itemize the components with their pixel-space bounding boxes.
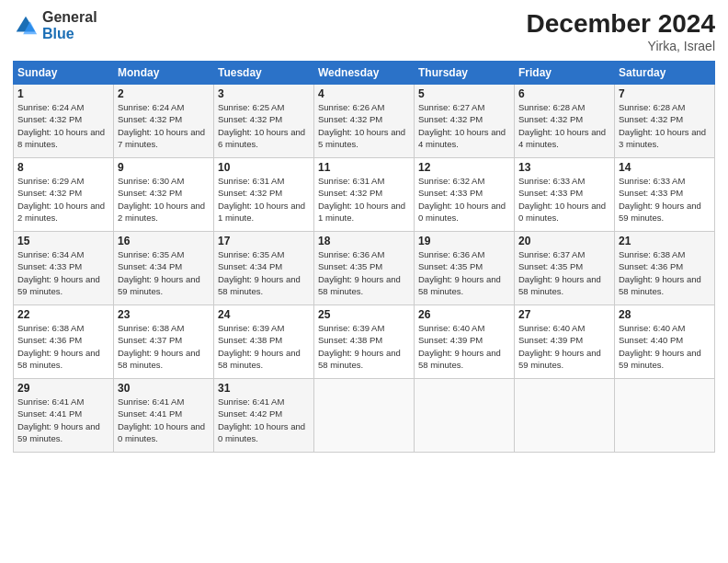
week-row-0: 1 Sunrise: 6:24 AM Sunset: 4:32 PM Dayli…: [14, 85, 715, 158]
header-thursday: Thursday: [415, 62, 515, 85]
day-info: Sunrise: 6:41 AM Sunset: 4:42 PM Dayligh…: [218, 396, 310, 444]
day-number: 10: [218, 161, 310, 174]
day-number: 11: [318, 161, 410, 174]
day-info: Sunrise: 6:38 AM Sunset: 4:36 PM Dayligh…: [17, 322, 109, 371]
day-info: Sunrise: 6:26 AM Sunset: 4:32 PM Dayligh…: [318, 101, 410, 150]
calendar-title: December 2024: [527, 9, 715, 39]
day-cell: 13 Sunrise: 6:33 AM Sunset: 4:33 PM Dayl…: [515, 158, 615, 232]
day-info: Sunrise: 6:40 AM Sunset: 4:39 PM Dayligh…: [418, 322, 510, 371]
day-cell: 25 Sunrise: 6:39 AM Sunset: 4:38 PM Dayl…: [314, 305, 415, 379]
title-block: December 2024 Yirka, Israel: [527, 9, 715, 53]
day-cell: 22 Sunrise: 6:38 AM Sunset: 4:36 PM Dayl…: [14, 305, 114, 379]
day-cell: 4 Sunrise: 6:26 AM Sunset: 4:32 PM Dayli…: [314, 85, 415, 158]
day-number: 21: [619, 235, 711, 247]
day-number: 9: [118, 161, 210, 174]
day-number: 12: [418, 161, 510, 174]
day-info: Sunrise: 6:34 AM Sunset: 4:33 PM Dayligh…: [17, 248, 109, 297]
day-cell: 29 Sunrise: 6:41 AM Sunset: 4:41 PM Dayl…: [14, 379, 114, 453]
day-number: 23: [118, 308, 210, 321]
day-cell: 27 Sunrise: 6:40 AM Sunset: 4:39 PM Dayl…: [515, 305, 615, 379]
day-cell: 10 Sunrise: 6:31 AM Sunset: 4:32 PM Dayl…: [214, 158, 314, 232]
header-sunday: Sunday: [14, 62, 114, 85]
day-info: Sunrise: 6:39 AM Sunset: 4:38 PM Dayligh…: [218, 322, 310, 371]
day-cell: 18 Sunrise: 6:36 AM Sunset: 4:35 PM Dayl…: [314, 232, 415, 305]
day-number: 8: [17, 161, 109, 174]
day-cell: 20 Sunrise: 6:37 AM Sunset: 4:35 PM Dayl…: [515, 232, 615, 305]
calendar-body: 1 Sunrise: 6:24 AM Sunset: 4:32 PM Dayli…: [14, 85, 715, 453]
day-info: Sunrise: 6:36 AM Sunset: 4:35 PM Dayligh…: [318, 248, 410, 297]
day-cell: 15 Sunrise: 6:34 AM Sunset: 4:33 PM Dayl…: [14, 232, 114, 305]
logo: General Blue: [13, 9, 97, 41]
day-info: Sunrise: 6:36 AM Sunset: 4:35 PM Dayligh…: [418, 248, 510, 297]
day-cell: 23 Sunrise: 6:38 AM Sunset: 4:37 PM Dayl…: [114, 305, 214, 379]
logo-text: General Blue: [42, 9, 97, 41]
day-cell: 6 Sunrise: 6:28 AM Sunset: 4:32 PM Dayli…: [515, 85, 615, 158]
day-info: Sunrise: 6:41 AM Sunset: 4:41 PM Dayligh…: [17, 396, 109, 444]
day-info: Sunrise: 6:35 AM Sunset: 4:34 PM Dayligh…: [218, 248, 310, 297]
day-cell: 3 Sunrise: 6:25 AM Sunset: 4:32 PM Dayli…: [214, 85, 314, 158]
day-number: 28: [619, 308, 711, 321]
day-cell: [615, 379, 715, 453]
header-monday: Monday: [114, 62, 214, 85]
day-info: Sunrise: 6:40 AM Sunset: 4:40 PM Dayligh…: [619, 322, 711, 371]
day-info: Sunrise: 6:38 AM Sunset: 4:37 PM Dayligh…: [118, 322, 210, 371]
day-cell: 28 Sunrise: 6:40 AM Sunset: 4:40 PM Dayl…: [615, 305, 715, 379]
day-number: 2: [118, 87, 210, 100]
day-cell: 9 Sunrise: 6:30 AM Sunset: 4:32 PM Dayli…: [114, 158, 214, 232]
day-cell: 12 Sunrise: 6:32 AM Sunset: 4:33 PM Dayl…: [415, 158, 515, 232]
day-number: 13: [518, 161, 610, 174]
day-number: 3: [218, 87, 310, 100]
calendar-table: Sunday Monday Tuesday Wednesday Thursday…: [13, 61, 715, 453]
day-cell: 11 Sunrise: 6:31 AM Sunset: 4:32 PM Dayl…: [314, 158, 415, 232]
day-number: 7: [619, 87, 711, 100]
day-cell: [314, 379, 415, 453]
day-info: Sunrise: 6:29 AM Sunset: 4:32 PM Dayligh…: [17, 175, 109, 224]
logo-line1: General: [42, 9, 97, 26]
header-tuesday: Tuesday: [214, 62, 314, 85]
day-cell: 31 Sunrise: 6:41 AM Sunset: 4:42 PM Dayl…: [214, 379, 314, 453]
week-row-3: 22 Sunrise: 6:38 AM Sunset: 4:36 PM Dayl…: [14, 305, 715, 379]
day-info: Sunrise: 6:38 AM Sunset: 4:36 PM Dayligh…: [619, 248, 711, 297]
day-info: Sunrise: 6:33 AM Sunset: 4:33 PM Dayligh…: [619, 175, 711, 224]
day-info: Sunrise: 6:41 AM Sunset: 4:41 PM Dayligh…: [118, 396, 210, 444]
day-cell: [415, 379, 515, 453]
day-cell: 1 Sunrise: 6:24 AM Sunset: 4:32 PM Dayli…: [14, 85, 114, 158]
header: General Blue December 2024 Yirka, Israel: [13, 9, 715, 53]
day-cell: 7 Sunrise: 6:28 AM Sunset: 4:32 PM Dayli…: [615, 85, 715, 158]
week-row-1: 8 Sunrise: 6:29 AM Sunset: 4:32 PM Dayli…: [14, 158, 715, 232]
day-cell: 19 Sunrise: 6:36 AM Sunset: 4:35 PM Dayl…: [415, 232, 515, 305]
day-info: Sunrise: 6:31 AM Sunset: 4:32 PM Dayligh…: [218, 175, 310, 224]
day-info: Sunrise: 6:39 AM Sunset: 4:38 PM Dayligh…: [318, 322, 410, 371]
header-row: Sunday Monday Tuesday Wednesday Thursday…: [14, 62, 715, 85]
day-number: 27: [518, 308, 610, 321]
day-cell: 16 Sunrise: 6:35 AM Sunset: 4:34 PM Dayl…: [114, 232, 214, 305]
day-cell: 2 Sunrise: 6:24 AM Sunset: 4:32 PM Dayli…: [114, 85, 214, 158]
day-number: 30: [118, 382, 210, 395]
day-info: Sunrise: 6:40 AM Sunset: 4:39 PM Dayligh…: [518, 322, 610, 371]
logo-icon: [13, 13, 39, 39]
day-info: Sunrise: 6:28 AM Sunset: 4:32 PM Dayligh…: [619, 101, 711, 150]
day-info: Sunrise: 6:27 AM Sunset: 4:32 PM Dayligh…: [418, 101, 510, 150]
week-row-4: 29 Sunrise: 6:41 AM Sunset: 4:41 PM Dayl…: [14, 379, 715, 453]
day-info: Sunrise: 6:37 AM Sunset: 4:35 PM Dayligh…: [518, 248, 610, 297]
day-info: Sunrise: 6:28 AM Sunset: 4:32 PM Dayligh…: [518, 101, 610, 150]
day-number: 17: [218, 235, 310, 247]
day-cell: 30 Sunrise: 6:41 AM Sunset: 4:41 PM Dayl…: [114, 379, 214, 453]
day-cell: 5 Sunrise: 6:27 AM Sunset: 4:32 PM Dayli…: [415, 85, 515, 158]
header-wednesday: Wednesday: [314, 62, 415, 85]
day-number: 1: [17, 87, 109, 100]
day-number: 29: [17, 382, 109, 395]
day-info: Sunrise: 6:30 AM Sunset: 4:32 PM Dayligh…: [118, 175, 210, 224]
day-info: Sunrise: 6:24 AM Sunset: 4:32 PM Dayligh…: [118, 101, 210, 150]
day-info: Sunrise: 6:31 AM Sunset: 4:32 PM Dayligh…: [318, 175, 410, 224]
day-number: 25: [318, 308, 410, 321]
page: General Blue December 2024 Yirka, Israel…: [0, 0, 728, 563]
day-cell: [515, 379, 615, 453]
header-friday: Friday: [515, 62, 615, 85]
day-number: 24: [218, 308, 310, 321]
day-cell: 21 Sunrise: 6:38 AM Sunset: 4:36 PM Dayl…: [615, 232, 715, 305]
day-cell: 17 Sunrise: 6:35 AM Sunset: 4:34 PM Dayl…: [214, 232, 314, 305]
day-info: Sunrise: 6:33 AM Sunset: 4:33 PM Dayligh…: [518, 175, 610, 224]
day-info: Sunrise: 6:24 AM Sunset: 4:32 PM Dayligh…: [17, 101, 109, 150]
calendar-subtitle: Yirka, Israel: [527, 39, 715, 53]
